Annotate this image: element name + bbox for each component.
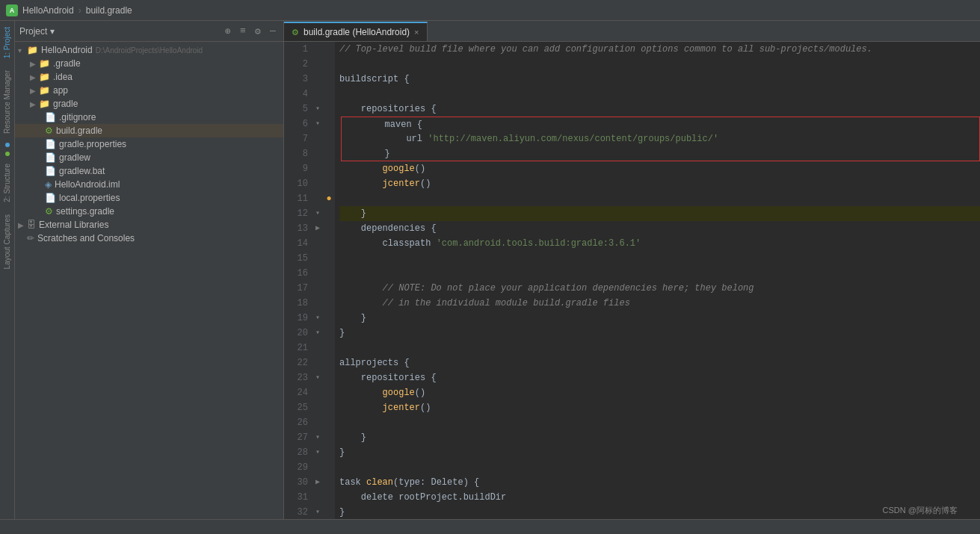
delete-stmt: delete rootProject.buildDir — [361, 492, 506, 503]
tree-item-gradle-hidden[interactable]: ▶ 📁 .gradle — [15, 57, 283, 70]
project-folder-icon: 📁 — [27, 45, 38, 55]
code-content[interactable]: // Top-level build file where you can ad… — [335, 42, 980, 519]
gutter-row — [323, 266, 335, 281]
kw-repositories: repositories — [361, 104, 431, 114]
watermark: CSDN @阿标的博客 — [883, 505, 958, 516]
vtab-layout[interactable]: Layout Captures — [1, 208, 13, 275]
gutter-row — [323, 206, 335, 221]
toolbar-settings-icon[interactable]: ⚙ — [252, 25, 264, 37]
tree-label-app: app — [53, 85, 68, 96]
brace-open-13: { — [431, 223, 436, 234]
brace-open-30: { — [474, 477, 479, 488]
folder-icon-gradle: 📁 — [39, 99, 50, 109]
toolbar-minimize-icon[interactable]: — — [267, 25, 279, 37]
brace-open-5: { — [431, 104, 436, 114]
toolbar-sync-icon[interactable]: ⊕ — [222, 25, 234, 37]
code-line-31: delete rootProject.buildDir — [339, 490, 980, 505]
gutter-row — [323, 72, 335, 87]
dependencies-kw: dependencies — [361, 223, 431, 234]
editor-tabs: ⚙ build.gradle (HelloAndroid) × — [284, 21, 980, 42]
google-call: google — [383, 164, 415, 174]
vtab-resource[interactable]: Resource Manager — [1, 64, 13, 140]
allprojects-kw: allprojects — [339, 358, 404, 368]
tree-item-gradle-folder[interactable]: ▶ 📁 gradle — [15, 97, 283, 111]
app-name: HelloAndroid — [22, 5, 74, 16]
gradle-icon-settings: ⚙ — [45, 206, 53, 217]
code-line-16 — [339, 266, 980, 281]
brace-maven: { — [417, 119, 422, 130]
tree-item-gradle-properties[interactable]: 📄 gradle.properties — [15, 137, 283, 151]
gutter-warn-row: ● — [323, 191, 335, 206]
tab-label: build.gradle (HelloAndroid) — [303, 27, 410, 37]
tree-item-idea[interactable]: ▶ 📁 .idea — [15, 70, 283, 84]
gutter-row — [323, 221, 335, 236]
parens-24: () — [415, 388, 425, 398]
code-line-18: // in the individual module build.gradle… — [339, 296, 980, 311]
project-panel: Project ▾ ⊕ ≡ ⚙ — ▾ 📁 HelloAndroid D:\An… — [15, 21, 284, 519]
clean-fn: clean — [366, 477, 393, 488]
code-line-4 — [339, 87, 980, 102]
folder-icon-app: 📁 — [39, 85, 50, 96]
tree-item-gradlew-bat[interactable]: 📄 gradlew.bat — [15, 164, 283, 178]
folder-icon-idea: 📁 — [39, 72, 50, 82]
tree-item-helloandroid-iml[interactable]: ◈ HelloAndroid.iml — [15, 178, 283, 191]
toolbar-list-icon[interactable]: ≡ — [237, 25, 249, 37]
warning-gutter: ● — [323, 42, 335, 519]
icon-scratches: ✏ — [27, 233, 34, 243]
comment-1: // Top-level build file where you can ad… — [339, 44, 872, 55]
project-toolbar: Project ▾ ⊕ ≡ ⚙ — — [15, 21, 283, 42]
bottom-bar — [0, 519, 980, 534]
parens-9: () — [415, 164, 425, 174]
gutter-row — [323, 87, 335, 102]
code-line-29 — [339, 460, 980, 475]
code-editor[interactable]: 12345 678910 1112131415 1617181920 21222… — [284, 42, 980, 519]
vtab-structure[interactable]: 2: Structure — [1, 158, 13, 208]
tree-item-local-properties[interactable]: 📄 local.properties — [15, 191, 283, 205]
gutter-row — [323, 326, 335, 341]
tree-label-build-gradle: build.gradle — [56, 125, 102, 136]
gutter-row — [323, 296, 335, 311]
code-line-23: repositories { — [339, 370, 980, 385]
fold-gutter: ▾ ▾ ▾ ▶ ▾ ▾ ▾ ▾ ▾ ▶ ▾ — [312, 42, 323, 519]
code-line-9: google() — [339, 161, 980, 176]
gradle-icon-build: ⚙ — [45, 125, 53, 136]
gutter-row — [323, 281, 335, 296]
code-line-8: } — [341, 146, 980, 161]
file-icon-iml: ◈ — [45, 179, 52, 190]
main-area: 1: Project Resource Manager 2: Structure… — [0, 21, 980, 519]
tree-item-build-gradle[interactable]: ⚙ build.gradle — [15, 124, 283, 137]
editor-tab-build-gradle[interactable]: ⚙ build.gradle (HelloAndroid) × — [284, 22, 428, 41]
brace-open-23: { — [431, 373, 436, 383]
tree-label-scratches: Scratches and Consoles — [37, 233, 135, 243]
tree-item-scratches[interactable]: ✏ Scratches and Consoles — [15, 232, 283, 245]
breadcrumb-sep: › — [78, 5, 81, 16]
code-line-7: url 'http://maven.aliyun.com/nexus/conte… — [341, 131, 980, 146]
app-logo: A — [6, 4, 18, 16]
brace-close-27: } — [361, 432, 366, 443]
tree-item-external-libraries[interactable]: ▶ 🗄 External Libraries — [15, 218, 283, 232]
indicator-dot-green — [5, 152, 10, 156]
tree-label-helloandroid: HelloAndroid — [41, 45, 93, 55]
tree-label-gradle-properties: gradle.properties — [59, 139, 126, 149]
code-line-24: google() — [339, 385, 980, 400]
code-line-17: // NOTE: Do not place your application d… — [339, 281, 980, 296]
tree-item-settings-gradle[interactable]: ⚙ settings.gradle — [15, 205, 283, 218]
url-kw: url — [406, 134, 428, 144]
google-call-2: google — [383, 388, 415, 398]
tab-icon-gradle: ⚙ — [292, 28, 299, 37]
classpath-val: 'com.android.tools.build:gradle:3.6.1' — [437, 238, 641, 249]
brace-close-28: } — [339, 447, 345, 458]
folder-icon-gradle-hidden: 📁 — [39, 58, 50, 69]
brace-open-3: { — [404, 74, 409, 84]
line-numbers: 12345 678910 1112131415 1617181920 21222… — [284, 42, 312, 519]
url-value: 'http://maven.aliyun.com/nexus/content/g… — [428, 134, 718, 144]
code-line-28: } — [339, 445, 980, 460]
tree-item-app[interactable]: ▶ 📁 app — [15, 84, 283, 97]
tree-item-gitignore[interactable]: 📄 .gitignore — [15, 111, 283, 124]
tab-close-button[interactable]: × — [414, 28, 419, 37]
tree-item-gradlew[interactable]: 📄 gradlew — [15, 151, 283, 164]
code-line-3: buildscript { — [339, 72, 980, 87]
code-line-2 — [339, 57, 980, 72]
vtab-project[interactable]: 1: Project — [1, 21, 13, 64]
tree-item-helloandroid[interactable]: ▾ 📁 HelloAndroid D:\AndroidProjects\Hell… — [15, 43, 283, 57]
